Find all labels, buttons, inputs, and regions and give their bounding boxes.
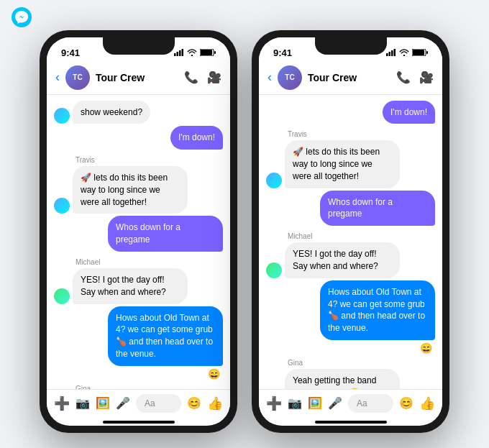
reaction-emoji: 😄 — [54, 368, 220, 380]
battery-icon — [412, 49, 428, 56]
message-row: YES! I got the day off! Say when and whe… — [54, 268, 223, 304]
msg-with-avatar: Yeah getting the band back together! 😄 — [266, 369, 400, 388]
bubble-sent-blue: Hows about Old Town at 4? we can get som… — [320, 280, 435, 340]
battery-icon — [200, 49, 216, 56]
svg-rect-4 — [182, 49, 184, 56]
wifi-icon — [399, 49, 409, 56]
bubble-received: YES! I got the day off! Say when and whe… — [73, 268, 188, 304]
svg-rect-10 — [391, 50, 393, 56]
bubble-received: YES! I got the day off! Say when and whe… — [285, 242, 400, 278]
phone-1-messages: show weekend? I'm down! Travis 🚀 lets do… — [47, 95, 230, 389]
home-indicator — [103, 421, 175, 424]
call-icon[interactable]: 📞 — [396, 70, 411, 84]
message-row: Yeah getting the band back together! 😄 — [266, 369, 435, 388]
thumb-icon[interactable]: 👍 — [207, 396, 223, 411]
svg-rect-6 — [201, 50, 212, 55]
header-info: Tour Crew — [96, 72, 178, 83]
bubble-sent: I'm down! — [383, 101, 435, 124]
bubble-sent-blue: Hows about Old Town at 4? we can get som… — [108, 306, 223, 366]
sender-label: Travis — [76, 156, 223, 164]
bubble-received: 🚀 lets do this its been way to long sinc… — [285, 140, 400, 188]
msg-with-avatar: YES! I got the day off! Say when and whe… — [266, 242, 400, 278]
svg-rect-13 — [413, 50, 424, 55]
header-actions: 📞 🎥 — [184, 70, 221, 84]
messenger-icon — [12, 7, 32, 27]
emoji-icon[interactable]: 😊 — [399, 396, 413, 410]
svg-rect-3 — [179, 50, 181, 56]
home-indicator — [315, 421, 387, 424]
message-row: Whos down for a pregame — [266, 191, 435, 227]
camera-icon[interactable]: 📷 — [76, 396, 90, 410]
svg-rect-14 — [426, 51, 428, 54]
phone-1: 9:41 — [40, 30, 237, 433]
emoji-icon[interactable]: 😊 — [187, 396, 201, 410]
bubble-received: 🚀 lets do this its been way to long sinc… — [73, 166, 188, 214]
back-button[interactable]: ‹ — [268, 70, 272, 85]
header-actions: 📞 🎥 — [396, 70, 434, 84]
phone-2-screen: 9:41 — [259, 37, 442, 426]
camera-icon[interactable]: 📷 — [288, 396, 302, 410]
svg-rect-8 — [386, 53, 388, 56]
phone-1-screen: 9:41 — [47, 37, 230, 426]
mic-icon[interactable]: 🎤 — [328, 396, 342, 410]
group-name: Tour Crew — [308, 72, 390, 83]
group-avatar: TC — [65, 65, 90, 90]
photo-icon[interactable]: 🖼️ — [96, 396, 110, 410]
signal-icon — [174, 49, 184, 56]
phone-2-notch — [315, 37, 387, 55]
avatar-michael — [266, 262, 282, 278]
avatar-michael — [54, 288, 70, 304]
msg-with-avatar: 🚀 lets do this its been way to long sinc… — [266, 140, 400, 188]
thumb-icon[interactable]: 👍 — [419, 396, 435, 411]
phone-2-chat-header: ‹ TC Tour Crew 📞 🎥 — [259, 61, 442, 95]
avatar-travis — [54, 108, 70, 124]
phone-1-notch — [103, 37, 175, 55]
message-row: show weekend? — [54, 101, 223, 124]
phone-1-status-icons — [174, 49, 216, 56]
phone-2-time: 9:41 — [273, 47, 292, 58]
msg-with-avatar: 🚀 lets do this its been way to long sinc… — [54, 166, 188, 214]
video-icon[interactable]: 🎥 — [207, 70, 221, 84]
message-input[interactable]: Aa — [348, 394, 393, 413]
phones-container: 9:41 — [40, 30, 449, 433]
sender-label: Michael — [76, 258, 223, 266]
svg-rect-9 — [389, 52, 391, 56]
message-row: Hows about Old Town at 4? we can get som… — [266, 280, 435, 340]
bubble-sent: I'm down! — [170, 126, 223, 150]
header-info: Tour Crew — [308, 72, 390, 83]
group-name: Tour Crew — [96, 72, 178, 83]
bubble-sent: Whos down for a pregame — [108, 216, 223, 252]
avatar-travis — [266, 173, 282, 188]
phone-1-time: 9:41 — [61, 47, 80, 58]
message-row: Hows about Old Town at 4? we can get som… — [54, 306, 223, 366]
msg-with-avatar: YES! I got the day off! Say when and whe… — [54, 268, 188, 304]
avatar-travis — [54, 198, 70, 214]
message-row: YES! I got the day off! Say when and whe… — [266, 242, 435, 278]
back-button[interactable]: ‹ — [55, 70, 60, 85]
call-icon[interactable]: 📞 — [184, 70, 198, 84]
bubble-received: Yeah getting the band back together! 😄 — [285, 369, 400, 388]
sender-label: Michael — [288, 232, 435, 240]
mic-icon[interactable]: 🎤 — [116, 396, 130, 410]
add-icon[interactable]: ➕ — [54, 396, 70, 411]
reaction-emoji: 😄 — [266, 342, 432, 354]
bubble-received: show weekend? — [73, 101, 150, 124]
message-input[interactable]: Aa — [136, 394, 181, 413]
phone-1-chat-header: ‹ TC Tour Crew 📞 🎥 — [47, 61, 230, 95]
svg-rect-1 — [174, 53, 176, 56]
svg-rect-2 — [177, 52, 179, 56]
phone-1-footer: ➕ 📷 🖼️ 🎤 Aa 😊 👍 — [47, 389, 230, 417]
svg-rect-11 — [394, 49, 396, 56]
bubble-sent: Whos down for a pregame — [320, 191, 435, 227]
signal-icon — [386, 49, 396, 56]
wifi-icon — [187, 49, 197, 56]
video-icon[interactable]: 🎥 — [419, 70, 434, 84]
phone-2-status-icons — [386, 49, 428, 56]
add-icon[interactable]: ➕ — [266, 396, 282, 411]
sender-label: Travis — [288, 130, 435, 138]
message-row: 🚀 lets do this its been way to long sinc… — [54, 166, 223, 214]
photo-icon[interactable]: 🖼️ — [308, 396, 322, 410]
phone-2-footer: ➕ 📷 🖼️ 🎤 Aa 😊 👍 — [259, 389, 442, 417]
message-row: Whos down for a pregame — [54, 216, 223, 252]
group-avatar: TC — [278, 65, 302, 90]
